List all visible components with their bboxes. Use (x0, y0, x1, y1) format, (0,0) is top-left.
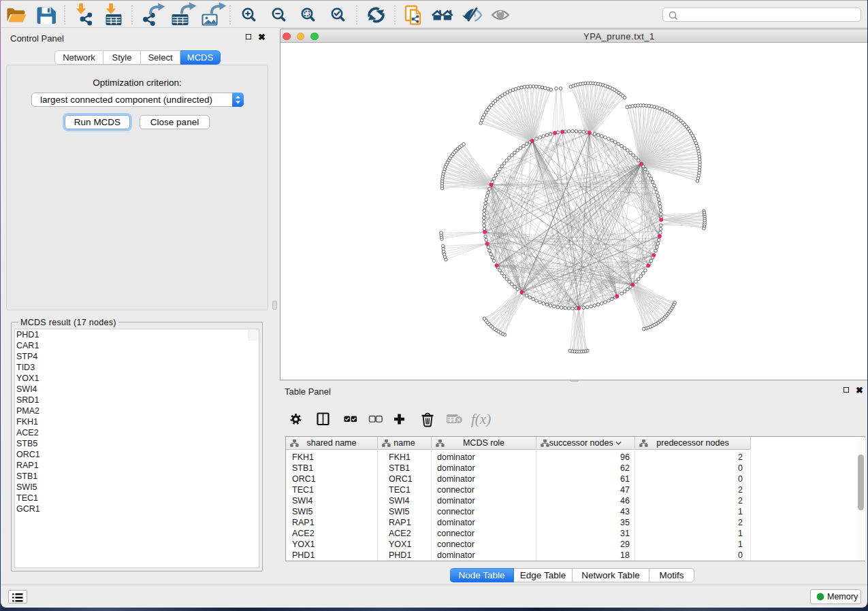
svg-text:f(x): f(x) (471, 411, 491, 427)
